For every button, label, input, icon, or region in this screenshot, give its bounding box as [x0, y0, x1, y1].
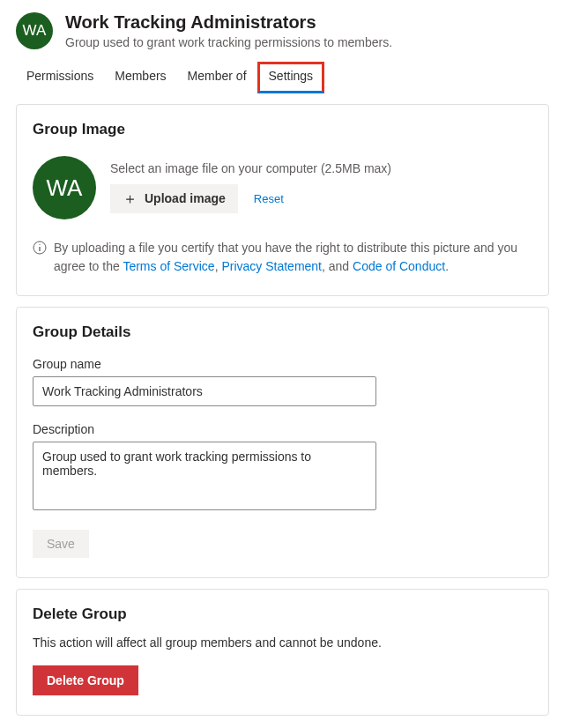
page-subtitle: Group used to grant work tracking permis…	[65, 35, 549, 49]
tabs: Permissions Members Member of Settings	[0, 62, 565, 93]
page-header: WA Work Tracking Administrators Group us…	[0, 11, 565, 56]
info-icon	[33, 241, 47, 255]
title-block: Work Tracking Administrators Group used …	[65, 11, 549, 49]
upload-image-button[interactable]: ＋ Upload image	[110, 184, 238, 213]
group-details-title: Group Details	[33, 323, 532, 341]
group-image-card: Group Image WA Select an image file on y…	[16, 104, 549, 296]
tab-member-of[interactable]: Member of	[177, 62, 257, 93]
privacy-statement-link[interactable]: Privacy Statement	[221, 259, 322, 273]
plus-icon: ＋	[123, 191, 138, 206]
image-row: WA Select an image file on your computer…	[33, 154, 532, 219]
save-button[interactable]: Save	[33, 530, 89, 558]
tab-settings[interactable]: Settings	[257, 62, 325, 93]
legal-text: By uploading a file you certify that you…	[33, 239, 532, 276]
upload-row: ＋ Upload image Reset	[110, 184, 391, 213]
image-actions: Select an image file on your computer (2…	[110, 161, 391, 213]
reset-link[interactable]: Reset	[254, 192, 284, 205]
code-of-conduct-link[interactable]: Code of Conduct	[353, 259, 445, 273]
delete-group-card: Delete Group This action will affect all…	[16, 589, 549, 716]
tab-permissions[interactable]: Permissions	[16, 62, 104, 93]
group-name-label: Group name	[33, 357, 532, 371]
tab-members[interactable]: Members	[104, 62, 176, 93]
terms-of-service-link[interactable]: Terms of Service	[123, 259, 214, 273]
legal-body: By uploading a file you certify that you…	[54, 239, 532, 276]
group-name-input[interactable]	[33, 376, 376, 406]
page-title: Work Tracking Administrators	[65, 11, 549, 33]
group-details-card: Group Details Group name Description Sav…	[16, 307, 549, 578]
description-input[interactable]	[33, 442, 376, 510]
description-label: Description	[33, 422, 532, 436]
upload-image-label: Upload image	[145, 191, 226, 205]
group-image-title: Group Image	[33, 121, 532, 138]
svg-point-2	[39, 244, 40, 245]
delete-warning: This action will affect all group member…	[33, 635, 532, 650]
group-avatar-large: WA	[33, 156, 96, 219]
delete-group-button[interactable]: Delete Group	[33, 665, 138, 695]
delete-group-title: Delete Group	[33, 605, 532, 623]
group-avatar: WA	[16, 12, 53, 49]
upload-hint: Select an image file on your computer (2…	[110, 161, 391, 175]
